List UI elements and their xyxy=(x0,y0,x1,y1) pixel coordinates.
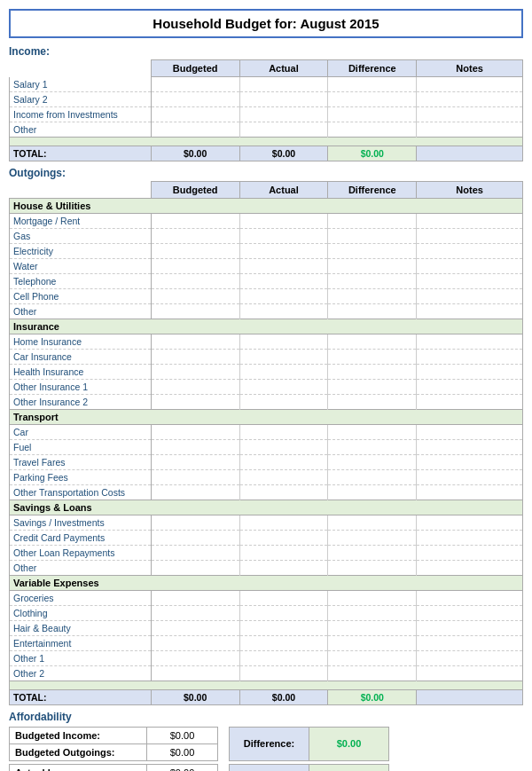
income-total-notes xyxy=(417,146,523,161)
income-row-salary1: Salary 1 xyxy=(10,77,523,92)
income-label-salary2: Salary 2 xyxy=(10,91,152,106)
afford-actual-income-label: Actual Income: xyxy=(10,764,147,771)
income-actual-salary1[interactable] xyxy=(239,77,328,92)
outgoings-spacer xyxy=(10,681,523,689)
income-actual-salary2[interactable] xyxy=(239,91,328,106)
affordability-section-label: Affordability xyxy=(9,711,523,723)
cat-transport-label: Transport xyxy=(10,409,523,424)
row-water: Water xyxy=(10,258,523,273)
afford-budgeted-outgoings-label: Budgeted Outgoings: xyxy=(10,743,147,760)
income-section-label: Income: xyxy=(9,45,523,58)
row-entertainment: Entertainment xyxy=(10,635,523,650)
row-house-other: Other xyxy=(10,303,523,319)
row-savings-inv: Savings / Investments xyxy=(10,515,523,530)
outgoings-total-diff: $0.00 xyxy=(328,689,417,704)
income-budgeted-salary2[interactable] xyxy=(151,91,239,106)
cat-house-label: House & Utilities xyxy=(10,198,523,213)
income-header-row: Budgeted Actual Difference Notes xyxy=(10,60,523,77)
income-total-diff: $0.00 xyxy=(328,146,417,161)
income-actual-other[interactable] xyxy=(239,122,328,137)
outgoings-col-empty xyxy=(10,181,152,198)
income-col-actual: Actual xyxy=(239,60,328,77)
outgoings-total-notes xyxy=(417,689,523,704)
row-groceries: Groceries xyxy=(10,590,523,605)
income-actual-investments[interactable] xyxy=(239,106,328,122)
row-credit-card: Credit Card Payments xyxy=(10,530,523,545)
income-diff-salary1 xyxy=(328,77,417,92)
cat-savings: Savings & Loans xyxy=(10,500,523,515)
row-other-ins2: Other Insurance 2 xyxy=(10,394,523,409)
afford-actual-income-val: $0.00 xyxy=(147,764,218,771)
row-cellphone: Cell Phone xyxy=(10,288,523,303)
cat-house-utilities: House & Utilities xyxy=(10,198,523,213)
outgoings-col-actual: Actual xyxy=(239,181,328,198)
income-diff-investments xyxy=(328,106,417,122)
row-electricity: Electricity xyxy=(10,243,523,258)
cat-variable-label: Variable Expenses xyxy=(10,575,523,590)
income-row-investments: Income from Investments xyxy=(10,106,523,122)
income-label-investments: Income from Investments xyxy=(10,106,152,122)
row-telephone: Telephone xyxy=(10,273,523,288)
income-total-budgeted: $0.00 xyxy=(151,146,239,161)
outgoings-section-label: Outgoings: xyxy=(9,167,523,179)
income-label-other: Other xyxy=(10,122,152,137)
row-car: Car xyxy=(10,424,523,439)
income-col-notes: Notes xyxy=(417,60,523,77)
row-savings-other: Other xyxy=(10,560,523,575)
row-travel-fares: Travel Fares xyxy=(10,454,523,469)
row-parking: Parking Fees xyxy=(10,469,523,484)
income-notes-investments[interactable] xyxy=(417,106,523,122)
cat-insurance: Insurance xyxy=(10,319,523,334)
row-fuel: Fuel xyxy=(10,439,523,454)
row-var-other2: Other 2 xyxy=(10,665,523,681)
afford-diff-val-2: $0.00 xyxy=(309,764,389,771)
income-total-row: TOTAL: $0.00 $0.00 $0.00 xyxy=(10,146,523,161)
income-col-empty xyxy=(10,60,152,77)
income-spacer xyxy=(10,137,523,146)
row-home-ins: Home Insurance xyxy=(10,334,523,349)
row-gas: Gas xyxy=(10,228,523,243)
income-notes-salary2[interactable] xyxy=(417,91,523,106)
income-notes-other[interactable] xyxy=(417,122,523,137)
income-budgeted-other[interactable] xyxy=(151,122,239,137)
outgoings-table: Budgeted Actual Difference Notes House &… xyxy=(9,181,523,705)
outgoings-total-budgeted: $0.00 xyxy=(151,689,239,704)
afford-budgeted-income-val: $0.00 xyxy=(147,727,218,743)
afford-budgeted-outgoings-val: $0.00 xyxy=(147,743,218,760)
income-diff-salary2 xyxy=(328,91,417,106)
row-health-ins: Health Insurance xyxy=(10,364,523,379)
cat-savings-label: Savings & Loans xyxy=(10,500,523,515)
row-other-ins1: Other Insurance 1 xyxy=(10,379,523,394)
outgoings-total-label: TOTAL: xyxy=(10,689,152,704)
income-budgeted-investments[interactable] xyxy=(151,106,239,122)
outgoings-col-difference: Difference xyxy=(328,181,417,198)
cat-variable: Variable Expenses xyxy=(10,575,523,590)
afford-diff-val-1: $0.00 xyxy=(309,727,389,760)
row-loan-repay: Other Loan Repayments xyxy=(10,545,523,560)
income-label-salary1: Salary 1 xyxy=(10,77,152,92)
outgoings-total-actual: $0.00 xyxy=(239,689,328,704)
income-table: Budgeted Actual Difference Notes Salary … xyxy=(9,59,523,161)
income-total-label: TOTAL: xyxy=(10,146,152,161)
row-hair-beauty: Hair & Beauty xyxy=(10,620,523,635)
income-row-other: Other xyxy=(10,122,523,137)
afford-diff-label-2: Difference: xyxy=(230,764,309,771)
outgoings-total-row: TOTAL: $0.00 $0.00 $0.00 xyxy=(10,689,523,704)
affordability-table: Budgeted Income: $0.00 Difference: $0.00… xyxy=(9,727,523,772)
income-diff-other xyxy=(328,122,417,137)
row-other-transport: Other Transportation Costs xyxy=(10,484,523,500)
outgoings-col-budgeted: Budgeted xyxy=(151,181,239,198)
row-var-other1: Other 1 xyxy=(10,650,523,665)
income-row-salary2: Salary 2 xyxy=(10,91,523,106)
income-budgeted-salary1[interactable] xyxy=(151,77,239,92)
income-total-actual: $0.00 xyxy=(239,146,328,161)
income-notes-salary1[interactable] xyxy=(417,77,523,92)
cat-insurance-label: Insurance xyxy=(10,319,523,334)
cat-transport: Transport xyxy=(10,409,523,424)
afford-diff-label-1: Difference: xyxy=(230,727,309,760)
row-car-ins: Car Insurance xyxy=(10,349,523,364)
afford-budgeted-income-label: Budgeted Income: xyxy=(10,727,147,743)
page-title: Household Budget for: August 2015 xyxy=(9,9,523,38)
afford-row-actual-income: Actual Income: $0.00 Difference: $0.00 xyxy=(10,764,524,771)
outgoings-col-notes: Notes xyxy=(417,181,523,198)
